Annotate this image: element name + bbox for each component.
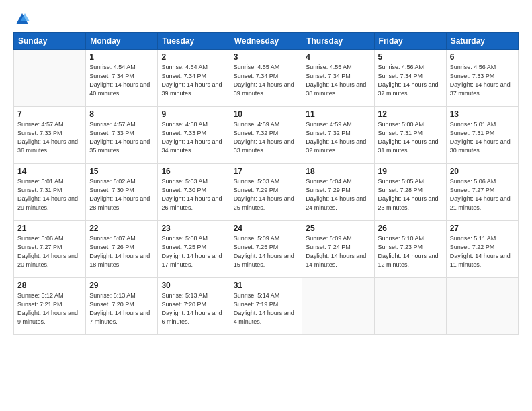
day-number: 14: [17, 167, 82, 176]
sunrise-label: Sunrise: 5:08 AM: [161, 235, 208, 242]
day-number: 18: [306, 167, 370, 176]
daylight-label: Daylight: 14 hours and 18 minutes.: [89, 253, 150, 268]
day-info: Sunrise: 4:59 AMSunset: 7:32 PMDaylight:…: [234, 120, 299, 155]
daylight-label: Daylight: 14 hours and 17 minutes.: [161, 253, 222, 268]
sunrise-label: Sunrise: 5:02 AM: [89, 178, 136, 185]
day-info: Sunrise: 5:07 AMSunset: 7:26 PMDaylight:…: [89, 234, 154, 269]
sunset-label: Sunset: 7:32 PM: [306, 130, 351, 136]
day-info: Sunrise: 5:05 AMSunset: 7:28 PMDaylight:…: [378, 177, 443, 212]
sunset-label: Sunset: 7:34 PM: [378, 73, 423, 79]
sunset-label: Sunset: 7:22 PM: [450, 244, 495, 250]
daylight-label: Daylight: 14 hours and 9 minutes.: [17, 310, 78, 325]
sunrise-label: Sunrise: 5:13 AM: [89, 292, 136, 299]
day-info: Sunrise: 4:59 AMSunset: 7:32 PMDaylight:…: [306, 120, 370, 155]
daylight-label: Daylight: 14 hours and 14 minutes.: [306, 253, 366, 268]
week-row-5: 28Sunrise: 5:12 AMSunset: 7:21 PMDayligh…: [14, 278, 519, 335]
daylight-label: Daylight: 14 hours and 7 minutes.: [89, 310, 150, 325]
day-number: 3: [234, 52, 299, 62]
day-cell: 10Sunrise: 4:59 AMSunset: 7:32 PMDayligh…: [230, 107, 302, 164]
day-cell: 20Sunrise: 5:06 AMSunset: 7:27 PMDayligh…: [446, 164, 518, 221]
day-number: 6: [450, 52, 515, 62]
logo-icon: [15, 12, 30, 27]
day-number: 4: [306, 52, 370, 62]
daylight-label: Daylight: 14 hours and 11 minutes.: [450, 253, 511, 268]
header: [13, 12, 519, 27]
col-header-sunday: Sunday: [14, 33, 86, 50]
day-cell: [302, 278, 374, 335]
sunrise-label: Sunrise: 4:55 AM: [234, 64, 280, 71]
sunset-label: Sunset: 7:34 PM: [306, 73, 351, 79]
daylight-label: Daylight: 14 hours and 29 minutes.: [17, 195, 78, 211]
sunrise-label: Sunrise: 4:58 AM: [161, 121, 208, 128]
sunrise-label: Sunrise: 5:01 AM: [17, 178, 64, 185]
daylight-label: Daylight: 14 hours and 39 minutes.: [234, 81, 294, 97]
day-cell: 21Sunrise: 5:06 AMSunset: 7:27 PMDayligh…: [14, 221, 86, 278]
day-info: Sunrise: 5:06 AMSunset: 7:27 PMDaylight:…: [450, 177, 515, 212]
sunrise-label: Sunrise: 5:03 AM: [234, 178, 280, 185]
day-info: Sunrise: 5:13 AMSunset: 7:20 PMDaylight:…: [89, 291, 154, 326]
day-info: Sunrise: 4:58 AMSunset: 7:33 PMDaylight:…: [161, 120, 226, 155]
day-number: 7: [17, 109, 82, 119]
day-info: Sunrise: 5:14 AMSunset: 7:19 PMDaylight:…: [234, 291, 299, 326]
sunrise-label: Sunrise: 5:07 AM: [89, 235, 136, 242]
sunrise-label: Sunrise: 5:09 AM: [234, 235, 280, 242]
day-info: Sunrise: 5:00 AMSunset: 7:31 PMDaylight:…: [378, 120, 443, 155]
sunrise-label: Sunrise: 5:10 AM: [378, 235, 425, 242]
header-row: SundayMondayTuesdayWednesdayThursdayFrid…: [14, 33, 519, 50]
sunset-label: Sunset: 7:19 PM: [234, 301, 279, 308]
day-number: 17: [234, 167, 299, 176]
sunrise-label: Sunrise: 5:13 AM: [161, 292, 208, 299]
sunset-label: Sunset: 7:31 PM: [378, 130, 423, 136]
daylight-label: Daylight: 14 hours and 35 minutes.: [89, 138, 150, 154]
day-number: 29: [89, 281, 154, 290]
sunrise-label: Sunrise: 4:56 AM: [378, 64, 425, 71]
day-cell: [374, 278, 446, 335]
col-header-monday: Monday: [86, 33, 158, 50]
day-number: 25: [306, 224, 370, 233]
day-info: Sunrise: 4:54 AMSunset: 7:34 PMDaylight:…: [161, 63, 226, 98]
day-cell: 16Sunrise: 5:03 AMSunset: 7:30 PMDayligh…: [158, 164, 230, 221]
sunset-label: Sunset: 7:27 PM: [17, 244, 62, 250]
sunset-label: Sunset: 7:30 PM: [89, 187, 134, 193]
day-info: Sunrise: 4:54 AMSunset: 7:34 PMDaylight:…: [89, 63, 154, 98]
day-cell: 5Sunrise: 4:56 AMSunset: 7:34 PMDaylight…: [374, 50, 446, 107]
day-cell: 6Sunrise: 4:56 AMSunset: 7:33 PMDaylight…: [446, 50, 518, 107]
col-header-tuesday: Tuesday: [158, 33, 230, 50]
day-number: 21: [17, 224, 82, 233]
day-info: Sunrise: 4:56 AMSunset: 7:33 PMDaylight:…: [450, 63, 515, 98]
day-cell: 14Sunrise: 5:01 AMSunset: 7:31 PMDayligh…: [14, 164, 86, 221]
daylight-label: Daylight: 14 hours and 33 minutes.: [234, 138, 294, 154]
day-info: Sunrise: 5:03 AMSunset: 7:30 PMDaylight:…: [161, 177, 226, 212]
day-number: 23: [161, 224, 226, 233]
day-cell: 18Sunrise: 5:04 AMSunset: 7:29 PMDayligh…: [302, 164, 374, 221]
day-number: 31: [234, 281, 299, 290]
day-info: Sunrise: 5:01 AMSunset: 7:31 PMDaylight:…: [17, 177, 82, 212]
sunset-label: Sunset: 7:33 PM: [161, 130, 206, 136]
day-cell: 31Sunrise: 5:14 AMSunset: 7:19 PMDayligh…: [230, 278, 302, 335]
col-header-friday: Friday: [374, 33, 446, 50]
sunrise-label: Sunrise: 4:54 AM: [89, 64, 136, 71]
sunset-label: Sunset: 7:26 PM: [89, 244, 134, 250]
day-number: 2: [161, 52, 226, 62]
sunset-label: Sunset: 7:34 PM: [161, 73, 206, 79]
calendar-table: SundayMondayTuesdayWednesdayThursdayFrid…: [13, 32, 519, 335]
day-cell: 3Sunrise: 4:55 AMSunset: 7:34 PMDaylight…: [230, 50, 302, 107]
sunset-label: Sunset: 7:20 PM: [161, 301, 206, 308]
day-cell: 25Sunrise: 5:09 AMSunset: 7:24 PMDayligh…: [302, 221, 374, 278]
day-cell: 22Sunrise: 5:07 AMSunset: 7:26 PMDayligh…: [86, 221, 158, 278]
col-header-thursday: Thursday: [302, 33, 374, 50]
daylight-label: Daylight: 14 hours and 23 minutes.: [378, 195, 439, 211]
day-number: 19: [378, 167, 443, 176]
day-cell: 8Sunrise: 4:57 AMSunset: 7:33 PMDaylight…: [86, 107, 158, 164]
daylight-label: Daylight: 14 hours and 39 minutes.: [161, 81, 222, 97]
day-number: 15: [89, 167, 154, 176]
day-info: Sunrise: 5:11 AMSunset: 7:22 PMDaylight:…: [450, 234, 515, 269]
sunset-label: Sunset: 7:29 PM: [306, 187, 351, 193]
sunrise-label: Sunrise: 4:56 AM: [450, 64, 496, 71]
day-number: 11: [306, 109, 370, 119]
day-info: Sunrise: 4:57 AMSunset: 7:33 PMDaylight:…: [17, 120, 82, 155]
daylight-label: Daylight: 14 hours and 4 minutes.: [234, 310, 294, 325]
sunset-label: Sunset: 7:25 PM: [234, 244, 279, 250]
day-cell: 19Sunrise: 5:05 AMSunset: 7:28 PMDayligh…: [374, 164, 446, 221]
daylight-label: Daylight: 14 hours and 20 minutes.: [17, 253, 78, 268]
